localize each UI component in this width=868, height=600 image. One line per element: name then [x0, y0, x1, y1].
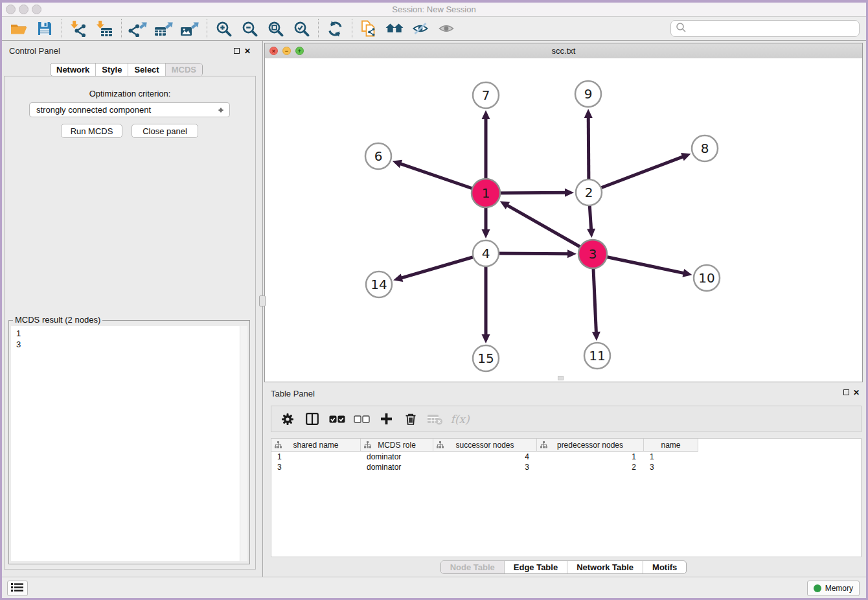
cell-predecessor-nodes[interactable]: 1	[537, 452, 644, 462]
column-header-label: successor nodes	[455, 441, 514, 450]
import-network-icon[interactable]	[67, 19, 89, 38]
table-row[interactable]: 3dominator323	[271, 462, 861, 472]
column-header-shared-name[interactable]: shared name	[271, 439, 361, 452]
tab-network[interactable]: Network	[51, 63, 95, 76]
panel-splitter[interactable]	[262, 41, 263, 577]
table-panel-tabs: Node TableEdge TableNetwork TableMotifs	[440, 560, 687, 574]
mcds-result-text[interactable]: 13	[11, 326, 240, 561]
tab-select[interactable]: Select	[128, 63, 165, 76]
table-panel-close-button[interactable]: ✕	[853, 389, 860, 397]
mcds-result-box: MCDS result (2 nodes) 13	[8, 320, 250, 564]
task-history-button[interactable]	[7, 581, 28, 596]
edge-3-1[interactable]	[505, 204, 593, 254]
zoom-in-icon[interactable]	[212, 19, 234, 38]
tab-network-table[interactable]: Network Table	[567, 561, 643, 573]
tab-motifs[interactable]: Motifs	[643, 561, 686, 573]
edge-arrow-2-8	[681, 153, 691, 161]
edge-arrow-4-14	[393, 273, 403, 281]
graph-node-label-2: 2	[585, 185, 593, 200]
column-header-successor-nodes[interactable]: successor nodes	[433, 439, 537, 452]
table-panel-float-button[interactable]	[843, 389, 849, 395]
control-panel-float-button[interactable]	[234, 48, 240, 54]
minimize-window-button[interactable]: −	[282, 47, 291, 55]
tab-mcds[interactable]: MCDS	[165, 63, 202, 76]
import-table-icon[interactable]	[93, 19, 115, 38]
zoom-selected-icon[interactable]	[290, 19, 312, 38]
save-session-icon[interactable]	[34, 19, 56, 38]
table-row[interactable]: 1dominator411	[271, 452, 861, 462]
edge-arrow-4-15	[482, 334, 490, 343]
add-column-icon[interactable]	[374, 410, 398, 429]
delete-column-icon[interactable]	[398, 410, 423, 429]
status-bar: Memory	[2, 577, 866, 598]
canvas-splitter-handle[interactable]	[558, 376, 564, 380]
cell-name[interactable]: 3	[644, 462, 698, 472]
clone-network-icon[interactable]	[358, 19, 380, 38]
network-canvas-host[interactable]: 7968124314101511	[265, 58, 862, 382]
criterion-select[interactable]: strongly connected component	[29, 102, 230, 117]
export-network-icon[interactable]	[127, 19, 149, 38]
network-graph[interactable]: 7968124314101511	[265, 58, 862, 382]
export-table-icon[interactable]	[153, 19, 175, 38]
export-image-icon[interactable]	[179, 19, 201, 38]
select-all-checks-icon[interactable]	[325, 410, 349, 429]
cell-successor-nodes[interactable]: 4	[433, 452, 537, 462]
tab-style[interactable]: Style	[95, 63, 128, 76]
window-border-left	[0, 0, 2, 600]
graph-node-label-4: 4	[482, 246, 490, 261]
search-box[interactable]	[670, 20, 860, 37]
cell-mcds-role[interactable]: dominator	[361, 452, 433, 462]
cell-name[interactable]: 1	[644, 452, 698, 462]
tab-node-table[interactable]: Node Table	[441, 561, 504, 573]
run-mcds-button[interactable]: Run MCDS	[61, 124, 122, 138]
hide-selected-icon[interactable]	[409, 19, 431, 38]
refresh-layout-icon[interactable]	[324, 19, 346, 38]
table-toolbar: f(x)	[271, 406, 862, 432]
close-panel-button[interactable]: Close panel	[131, 124, 198, 138]
main-titlebar: Session: New Session	[2, 3, 866, 17]
edge-arrow-1-6	[393, 160, 402, 168]
node-table: shared nameMCDS rolesuccessor nodesprede…	[271, 438, 862, 557]
cell-successor-nodes[interactable]: 3	[433, 462, 537, 472]
cell-shared-name[interactable]: 3	[271, 462, 361, 472]
column-header-predecessor-nodes[interactable]: predecessor nodes	[537, 439, 644, 452]
search-input[interactable]	[689, 23, 859, 34]
memory-button[interactable]: Memory	[807, 581, 860, 596]
graph-node-label-11: 11	[589, 348, 605, 363]
edge-2-8[interactable]	[589, 156, 685, 192]
edge-arrow-2-3	[587, 229, 595, 238]
zoom-window-button[interactable]: +	[295, 47, 304, 55]
cell-predecessor-nodes[interactable]: 2	[537, 462, 644, 472]
control-panel-title: Control Panel	[9, 46, 60, 56]
settings-gear-icon[interactable]	[275, 410, 300, 429]
open-session-icon[interactable]	[8, 19, 30, 38]
first-neighbors-icon[interactable]	[383, 19, 405, 38]
panel-splitter-handle[interactable]	[259, 295, 266, 306]
network-view-window: ×−+ scc.txt 7968124314101511	[264, 43, 863, 382]
graph-node-label-10: 10	[698, 270, 714, 286]
edge-arrow-4-3	[567, 249, 577, 258]
control-panel-close-button[interactable]: ✕	[244, 47, 251, 55]
edge-arrow-3-10	[682, 269, 692, 277]
result-scrollbar[interactable]	[240, 326, 247, 561]
graph-node-label-6: 6	[374, 148, 383, 164]
edge-arrow-2-9	[584, 109, 593, 118]
window-title: Session: New Session	[2, 5, 866, 14]
cell-mcds-role[interactable]: dominator	[361, 462, 433, 472]
column-header-name[interactable]: name	[644, 439, 698, 452]
table-panel-title: Table Panel	[271, 389, 315, 398]
graph-node-label-14: 14	[371, 277, 387, 292]
show-all-icon[interactable]	[435, 19, 457, 38]
tab-edge-table[interactable]: Edge Table	[504, 561, 567, 573]
graph-node-label-15: 15	[477, 351, 494, 366]
select-stepper-icon	[218, 105, 225, 115]
close-window-button[interactable]: ×	[269, 47, 278, 55]
cell-shared-name[interactable]: 1	[271, 452, 361, 462]
network-window-titlebar[interactable]: ×−+ scc.txt	[265, 43, 862, 59]
column-header-mcds-role[interactable]: MCDS role	[361, 439, 433, 452]
column-layout-icon[interactable]	[300, 410, 325, 429]
clear-checks-icon[interactable]	[349, 410, 374, 429]
zoom-out-icon[interactable]	[238, 19, 260, 38]
search-icon	[676, 22, 687, 36]
zoom-fit-icon[interactable]	[264, 19, 286, 38]
